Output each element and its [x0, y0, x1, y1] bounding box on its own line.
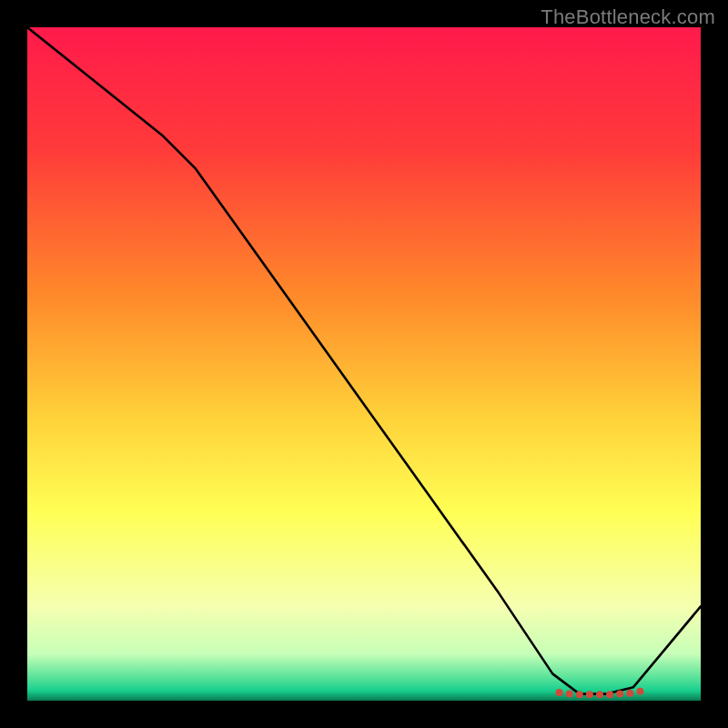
marker-point — [616, 691, 623, 698]
watermark-text: TheBottleneck.com — [541, 5, 715, 29]
marker-point — [576, 691, 583, 698]
marker-point — [626, 690, 633, 697]
chart-plot — [27, 27, 701, 701]
marker-point — [566, 691, 573, 698]
marker-point — [636, 688, 643, 695]
marker-point — [556, 689, 563, 696]
chart-frame: TheBottleneck.com — [0, 0, 728, 728]
marker-point — [596, 691, 603, 698]
marker-point — [606, 691, 613, 698]
plot-background — [27, 27, 701, 701]
marker-point — [586, 691, 593, 698]
